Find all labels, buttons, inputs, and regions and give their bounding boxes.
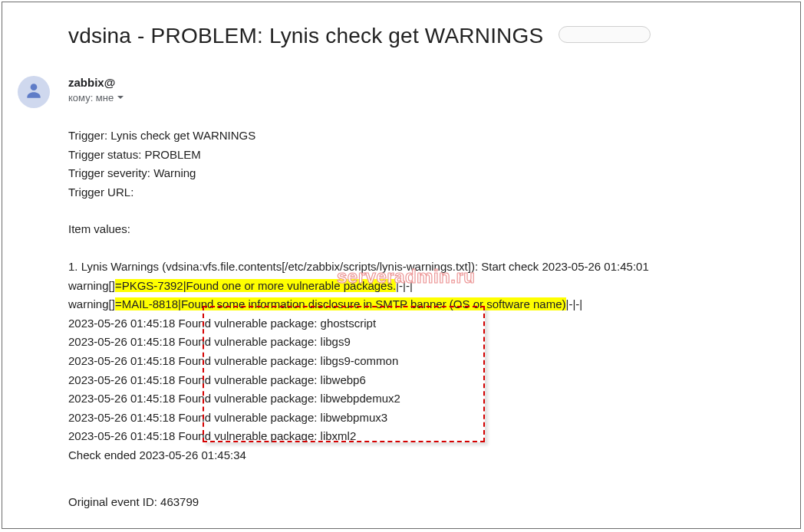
person-icon	[24, 80, 44, 103]
body-line: Check ended 2023-05-26 01:45:34	[68, 446, 649, 465]
label-pill[interactable]	[559, 26, 651, 43]
body-line: 2023-05-26 01:45:18 Found vulnerable pac…	[68, 371, 649, 390]
body-line: 2023-05-26 01:45:18 Found vulnerable pac…	[68, 352, 649, 371]
body-line: warning[]=PKGS-7392|Found one or more vu…	[68, 277, 649, 296]
warn-prefix: warning[]	[68, 297, 115, 310]
subject-row: vdsina - PROBLEM: Lynis check get WARNIN…	[68, 24, 774, 48]
warn-prefix: warning[]	[68, 279, 115, 292]
email-subject: vdsina - PROBLEM: Lynis check get WARNIN…	[68, 24, 543, 48]
body-line: Trigger URL:	[68, 183, 649, 202]
chevron-down-icon	[117, 92, 124, 103]
body-line: Original event ID: 463799	[68, 493, 649, 512]
body-line: Item values:	[68, 220, 649, 239]
warn-suffix: |-|-|	[566, 297, 583, 310]
body-line: 2023-05-26 01:45:18 Found vulnerable pac…	[68, 427, 649, 446]
body-line: warning[]=MAIL-8818|Found some informati…	[68, 295, 649, 314]
email-meta: zabbix@ кому: мне	[68, 76, 124, 103]
recipient-expand[interactable]: кому: мне	[68, 92, 124, 103]
email-body: Trigger: Lynis check get WARNINGS Trigge…	[68, 126, 649, 511]
body-line: Trigger severity: Warning	[68, 164, 649, 183]
sender-name: zabbix@	[68, 76, 124, 89]
body-line: 2023-05-26 01:45:18 Found vulnerable pac…	[68, 409, 649, 428]
body-line: 2023-05-26 01:45:18 Found vulnerable pac…	[68, 333, 649, 352]
warn-highlight: =MAIL-8818|Found some information disclo…	[115, 297, 566, 310]
body-line: 2023-05-26 01:45:18 Found vulnerable pac…	[68, 314, 649, 333]
avatar[interactable]	[18, 76, 50, 108]
svg-point-0	[31, 84, 38, 90]
warn-highlight: =PKGS-7392|Found one or more vulnerable …	[115, 279, 396, 292]
body-line: 1. Lynis Warnings (vdsina:vfs.file.conte…	[68, 258, 649, 277]
body-line: 2023-05-26 01:45:18 Found vulnerable pac…	[68, 389, 649, 409]
body-line: Trigger status: PROBLEM	[68, 146, 649, 165]
recipient-text: кому: мне	[68, 92, 114, 103]
warn-suffix: |-|-|	[396, 279, 413, 292]
email-frame: vdsina - PROBLEM: Lynis check get WARNIN…	[2, 2, 801, 529]
body-line: Trigger: Lynis check get WARNINGS	[68, 126, 649, 146]
